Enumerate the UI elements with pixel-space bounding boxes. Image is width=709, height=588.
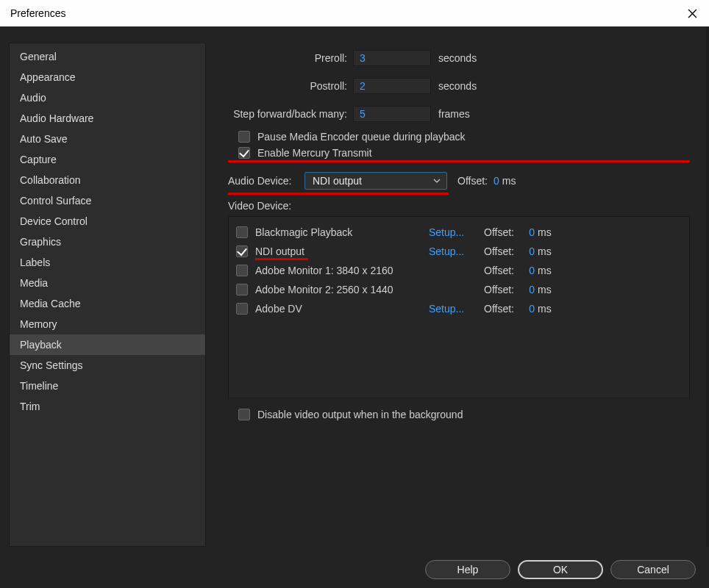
preroll-label: Preroll:	[228, 52, 353, 64]
sidebar-item-trim[interactable]: Trim	[10, 396, 205, 417]
content-pane: Preroll: 3 seconds Postroll: 2 seconds S…	[206, 43, 703, 547]
sidebar-item-graphics[interactable]: Graphics	[10, 232, 205, 252]
video-offset-unit: ms	[538, 265, 552, 276]
sidebar: GeneralAppearanceAudioAudio HardwareAuto…	[9, 43, 206, 547]
video-offset-value[interactable]: 0	[519, 303, 535, 315]
video-device-checkbox[interactable]	[236, 284, 248, 295]
video-offset-unit: ms	[538, 284, 552, 295]
window-title: Preferences	[10, 7, 65, 19]
video-offset-label: Offset:	[473, 303, 514, 315]
ok-button[interactable]: OK	[518, 560, 603, 579]
help-button[interactable]: Help	[425, 560, 510, 579]
audio-offset-value[interactable]: 0	[494, 175, 499, 187]
chevron-down-icon	[433, 175, 441, 187]
pause-encoder-label: Pause Media Encoder queue during playbac…	[257, 131, 466, 143]
audio-device-select[interactable]: NDI output	[304, 172, 447, 190]
postroll-unit: seconds	[438, 80, 477, 92]
video-device-checkbox[interactable]	[236, 303, 248, 315]
annotation-underline	[228, 160, 690, 162]
sidebar-item-appearance[interactable]: Appearance	[10, 67, 205, 87]
video-offset-value[interactable]: 0	[519, 265, 535, 276]
sidebar-item-timeline[interactable]: Timeline	[10, 376, 205, 396]
video-device-setup-link[interactable]: Setup...	[429, 245, 473, 257]
mercury-transmit-checkbox[interactable]	[238, 147, 250, 159]
video-offset-value[interactable]: 0	[519, 226, 535, 238]
sidebar-item-sync-settings[interactable]: Sync Settings	[10, 355, 205, 376]
video-device-row: NDI outputSetup...Offset:0ms	[236, 242, 682, 261]
video-device-name: Adobe DV	[255, 303, 302, 315]
sidebar-item-media[interactable]: Media	[10, 273, 205, 293]
video-device-row: Adobe Monitor 1: 3840 x 2160Offset:0ms	[236, 261, 682, 280]
video-offset-unit: ms	[538, 226, 552, 238]
disable-bg-checkbox[interactable]	[238, 409, 250, 420]
sidebar-item-device-control[interactable]: Device Control	[10, 211, 205, 232]
audio-offset-label: Offset:	[457, 175, 488, 187]
video-offset-unit: ms	[538, 303, 552, 315]
workspace: GeneralAppearanceAudioAudio HardwareAuto…	[0, 26, 709, 547]
annotation-underline	[255, 258, 308, 260]
disable-bg-label: Disable video output when in the backgro…	[257, 409, 463, 420]
sidebar-item-labels[interactable]: Labels	[10, 252, 205, 273]
video-device-checkbox[interactable]	[236, 226, 248, 238]
video-offset-label: Offset:	[473, 226, 514, 238]
postroll-label: Postroll:	[228, 80, 353, 92]
video-device-list: Blackmagic PlaybackSetup...Offset:0msNDI…	[228, 216, 690, 398]
step-label: Step forward/back many:	[228, 108, 353, 120]
video-device-checkbox[interactable]	[236, 265, 248, 276]
video-offset-label: Offset:	[473, 284, 514, 295]
video-device-row: Adobe Monitor 2: 2560 x 1440Offset:0ms	[236, 280, 682, 299]
video-device-name: Adobe Monitor 2: 2560 x 1440	[255, 284, 393, 295]
video-device-name: NDI output	[255, 245, 304, 257]
video-offset-unit: ms	[538, 245, 552, 257]
video-device-label: Video Device:	[228, 200, 690, 212]
audio-device-value: NDI output	[313, 175, 362, 187]
video-device-name: Blackmagic Playback	[255, 226, 352, 238]
video-device-row: Adobe DVSetup...Offset:0ms	[236, 299, 682, 318]
cancel-button[interactable]: Cancel	[610, 560, 696, 579]
video-offset-value[interactable]: 0	[519, 284, 535, 295]
sidebar-item-audio-hardware[interactable]: Audio Hardware	[10, 108, 205, 129]
titlebar: Preferences	[0, 0, 709, 26]
audio-device-label: Audio Device:	[228, 175, 297, 187]
video-device-name: Adobe Monitor 1: 3840 x 2160	[255, 265, 393, 276]
pause-encoder-checkbox[interactable]	[238, 131, 250, 143]
preroll-unit: seconds	[438, 52, 477, 64]
sidebar-item-capture[interactable]: Capture	[10, 149, 205, 170]
video-offset-label: Offset:	[473, 245, 514, 257]
video-offset-value[interactable]: 0	[519, 245, 535, 257]
video-device-checkbox[interactable]	[236, 245, 248, 257]
close-icon[interactable]	[685, 7, 699, 20]
video-device-setup-link[interactable]: Setup...	[429, 226, 473, 238]
audio-offset-unit: ms	[502, 175, 516, 187]
sidebar-item-audio[interactable]: Audio	[10, 87, 205, 108]
sidebar-item-general[interactable]: General	[10, 46, 205, 67]
postroll-input[interactable]: 2	[353, 78, 431, 94]
step-input[interactable]: 5	[353, 106, 431, 122]
sidebar-item-collaboration[interactable]: Collaboration	[10, 170, 205, 190]
sidebar-item-auto-save[interactable]: Auto Save	[10, 129, 205, 149]
sidebar-item-media-cache[interactable]: Media Cache	[10, 293, 205, 314]
scrollbar-track[interactable]	[706, 26, 709, 547]
step-unit: frames	[438, 108, 470, 120]
video-offset-label: Offset:	[473, 265, 514, 276]
sidebar-item-playback[interactable]: Playback	[10, 334, 205, 355]
video-device-setup-link[interactable]: Setup...	[429, 303, 473, 315]
sidebar-item-memory[interactable]: Memory	[10, 314, 205, 334]
annotation-underline	[228, 193, 449, 195]
button-bar: Help OK Cancel	[425, 560, 696, 579]
video-device-row: Blackmagic PlaybackSetup...Offset:0ms	[236, 223, 682, 242]
mercury-transmit-label: Enable Mercury Transmit	[257, 147, 372, 159]
sidebar-item-control-surface[interactable]: Control Surface	[10, 190, 205, 211]
preroll-input[interactable]: 3	[353, 50, 431, 66]
